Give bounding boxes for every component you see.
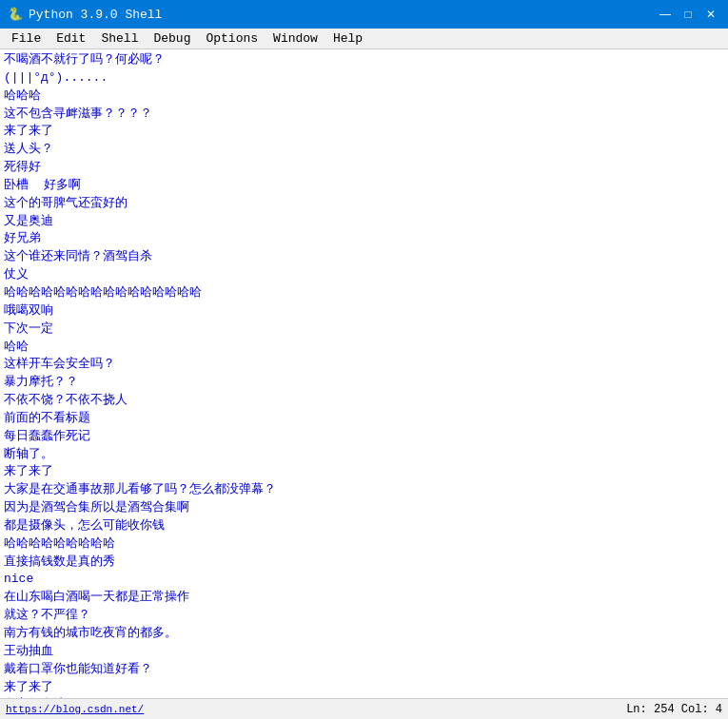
window-title: Python 3.9.0 Shell (29, 8, 162, 22)
menu-help[interactable]: Help (325, 29, 370, 48)
menu-edit[interactable]: Edit (49, 29, 93, 48)
menu-window[interactable]: Window (266, 29, 325, 48)
menu-options[interactable]: Options (198, 29, 266, 48)
menu-shell[interactable]: Shell (93, 29, 146, 48)
shell-output[interactable]: 不喝酒不就行了吗？何必呢？ (|||°д°)...... 哈哈哈 这不包含寻衅滋… (0, 49, 728, 698)
close-button[interactable]: ✕ (701, 5, 720, 24)
menu-file[interactable]: File (4, 29, 49, 48)
menu-bar: File Edit Shell Debug Options Window Hel… (0, 29, 728, 49)
title-bar: 🐍 Python 3.9.0 Shell — □ ✕ (0, 0, 728, 29)
minimize-button[interactable]: — (656, 5, 675, 24)
maximize-button[interactable]: □ (679, 5, 698, 24)
title-bar-left: 🐍 Python 3.9.0 Shell (8, 7, 162, 22)
menu-debug[interactable]: Debug (146, 29, 198, 48)
status-bar: https://blog.csdn.net/ Ln: 254 Col: 4 (0, 698, 728, 719)
ln-col-indicator: Ln: 254 Col: 4 (626, 703, 722, 716)
python-icon: 🐍 (8, 7, 23, 22)
title-bar-controls: — □ ✕ (656, 5, 720, 24)
status-link[interactable]: https://blog.csdn.net/ (6, 704, 144, 715)
